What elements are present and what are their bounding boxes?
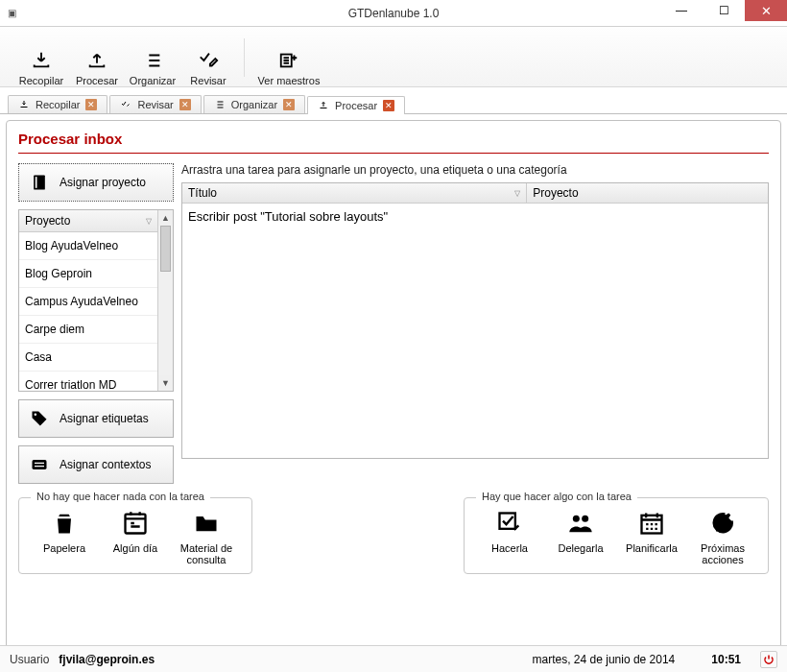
project-item[interactable]: Carpe diem — [19, 316, 157, 344]
action-trash-label: Papelera — [43, 542, 85, 565]
scroll-thumb[interactable] — [160, 226, 171, 272]
download-icon — [31, 50, 52, 71]
action-do-label: Hacerla — [491, 542, 528, 565]
svg-rect-6 — [500, 514, 515, 529]
toolbar-separator — [244, 38, 245, 77]
action-someday[interactable]: Algún día — [104, 510, 167, 565]
titlebar: ▣ GTDenlanube 1.0 — ☐ ✕ — [0, 0, 787, 27]
task-table: Título ▽ Proyecto Escribir post "Tutoria… — [181, 182, 769, 459]
assign-tags-label: Asignar etiquetas — [60, 412, 149, 425]
list-icon — [142, 50, 163, 71]
group-no-action-title: No hay que hacer nada con la tarea — [31, 491, 210, 502]
svg-rect-4 — [33, 460, 47, 469]
close-icon[interactable]: ✕ — [85, 99, 97, 110]
action-delegate[interactable]: Delegarla — [549, 510, 612, 565]
status-date: martes, 24 de junio de 2014 — [533, 653, 676, 666]
panel-title: Procesar inbox — [18, 131, 769, 154]
status-bar: Usuario fjvila@geproin.es martes, 24 de … — [0, 645, 787, 672]
someday-icon — [122, 510, 149, 537]
scroll-up-icon[interactable]: ▲ — [161, 210, 170, 226]
assign-tags-button[interactable]: Asignar etiquetas — [18, 399, 174, 438]
toolbar-ver-maestros[interactable]: Ver maestros — [252, 33, 325, 86]
action-do[interactable]: Hacerla — [478, 510, 541, 565]
sort-icon: ▽ — [514, 189, 520, 198]
status-time: 10:51 — [711, 653, 741, 666]
check-edit-icon — [120, 99, 131, 110]
action-plan-label: Planificarla — [626, 542, 678, 565]
upload-icon — [318, 100, 329, 111]
project-list: Proyecto ▽ Blog AyudaVelneo Blog Geproin… — [18, 209, 174, 392]
tab-organizar[interactable]: Organizar ✕ — [203, 95, 305, 113]
tab-recopilar-label: Recopilar — [36, 99, 80, 110]
toolbar-revisar[interactable]: Revisar — [180, 33, 236, 86]
action-reference[interactable]: Material de consulta — [175, 510, 238, 565]
action-delegate-label: Delegarla — [558, 542, 603, 565]
project-item[interactable]: Correr triatlon MD — [19, 372, 157, 391]
window-controls: — ☐ ✕ — [660, 0, 787, 21]
check-edit-icon — [198, 50, 219, 71]
sort-icon: ▽ — [146, 217, 152, 226]
col-title[interactable]: Título ▽ — [182, 183, 527, 203]
action-next[interactable]: Próximas acciones — [691, 510, 754, 565]
table-row[interactable]: Escribir post "Tutorial sobre layouts" — [182, 204, 768, 229]
toolbar-organizar[interactable]: Organizar — [125, 33, 180, 86]
context-icon — [29, 455, 50, 474]
scroll-down-icon[interactable]: ▼ — [161, 375, 170, 391]
tab-organizar-label: Organizar — [231, 99, 277, 110]
group-do-action: Hay que hacer algo con la tarea Hacerla … — [464, 497, 769, 574]
close-icon[interactable]: ✕ — [383, 100, 394, 111]
status-user: fjvila@geproin.es — [59, 653, 155, 666]
tab-strip: Recopilar ✕ Revisar ✕ Organizar ✕ Proces… — [0, 87, 787, 114]
tab-revisar[interactable]: Revisar ✕ — [109, 95, 201, 113]
action-row: No hay que hacer nada con la tarea Papel… — [18, 497, 769, 574]
cell-title: Escribir post "Tutorial sobre layouts" — [182, 204, 527, 229]
group-no-action: No hay que hacer nada con la tarea Papel… — [18, 497, 252, 574]
notebook-icon — [29, 173, 50, 192]
table-body[interactable]: Escribir post "Tutorial sobre layouts" — [182, 204, 768, 458]
work-area: Asignar proyecto Proyecto ▽ Blog AyudaVe… — [18, 163, 769, 484]
calendar-icon — [638, 510, 665, 537]
minimize-button[interactable]: — — [660, 0, 703, 21]
project-item[interactable]: Blog AyudaVelneo — [19, 232, 157, 260]
action-trash[interactable]: Papelera — [33, 510, 96, 565]
toolbar-revisar-label: Revisar — [190, 75, 226, 86]
action-plan[interactable]: Planificarla — [620, 510, 683, 565]
group-do-action-title: Hay que hacer algo con la tarea — [476, 491, 637, 502]
project-item[interactable]: Campus AyudaVelneo — [19, 288, 157, 316]
maximize-button[interactable]: ☐ — [703, 0, 745, 21]
right-column: Arrastra una tarea para asignarle un pro… — [181, 163, 769, 459]
hint-text: Arrastra una tarea para asignarle un pro… — [181, 163, 769, 177]
project-item[interactable]: Casa — [19, 344, 157, 372]
project-list-header[interactable]: Proyecto ▽ — [19, 210, 157, 232]
tab-procesar[interactable]: Procesar ✕ — [307, 96, 405, 114]
assign-project-button[interactable]: Asignar proyecto — [18, 163, 174, 202]
close-button[interactable]: ✕ — [745, 0, 787, 21]
action-someday-label: Algún día — [113, 542, 157, 565]
cell-project — [527, 204, 768, 229]
col-project[interactable]: Proyecto — [527, 183, 768, 203]
tab-revisar-label: Revisar — [137, 99, 173, 110]
toolbar-procesar[interactable]: Procesar — [69, 33, 125, 86]
list-icon — [214, 99, 226, 110]
project-list-scrollbar[interactable]: ▲ ▼ — [157, 210, 173, 391]
tab-procesar-label: Procesar — [335, 100, 377, 111]
action-next-label: Próximas acciones — [691, 542, 754, 565]
toolbar-recopilar-label: Recopilar — [19, 75, 63, 86]
scroll-track[interactable] — [158, 226, 173, 375]
assign-contexts-label: Asignar contextos — [60, 458, 151, 471]
toolbar-ver-maestros-label: Ver maestros — [258, 75, 321, 86]
procesar-panel: Procesar inbox Asignar proyecto Proyecto… — [6, 120, 781, 654]
project-list-items: Proyecto ▽ Blog AyudaVelneo Blog Geproin… — [19, 210, 157, 391]
power-icon — [763, 654, 775, 665]
assign-contexts-button[interactable]: Asignar contextos — [18, 445, 174, 484]
status-user-label: Usuario — [10, 653, 49, 666]
toolbar-recopilar[interactable]: Recopilar — [13, 33, 69, 86]
action-reference-label: Material de consulta — [175, 542, 238, 565]
download-icon — [18, 99, 30, 110]
trash-icon — [51, 510, 78, 537]
tab-recopilar[interactable]: Recopilar ✕ — [8, 95, 107, 113]
project-item[interactable]: Blog Geproin — [19, 260, 157, 288]
close-icon[interactable]: ✕ — [283, 99, 295, 110]
close-icon[interactable]: ✕ — [179, 99, 191, 110]
power-button[interactable] — [760, 651, 777, 668]
